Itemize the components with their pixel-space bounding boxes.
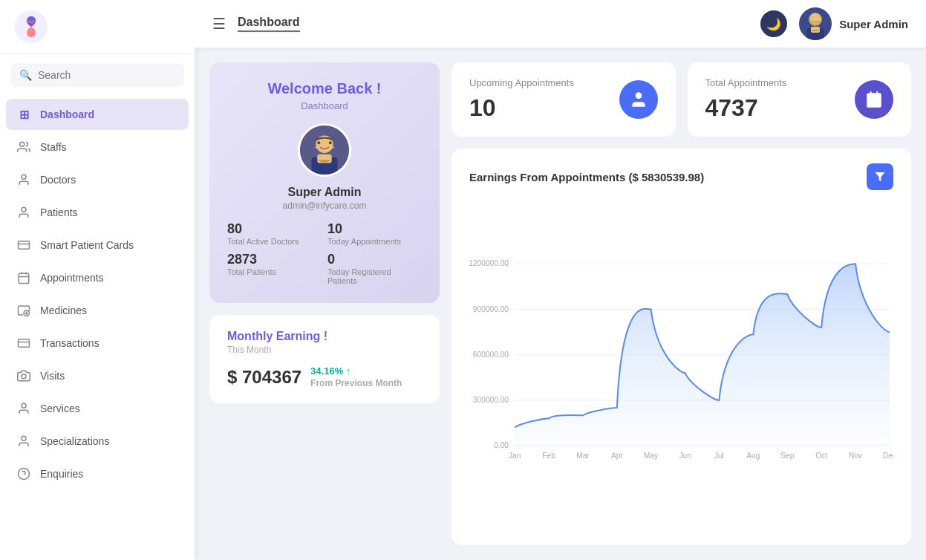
logo-area xyxy=(0,0,195,54)
svg-rect-4 xyxy=(19,241,30,250)
doctors-icon xyxy=(16,172,31,187)
admin-email: admin@infycare.com xyxy=(227,201,422,211)
sidebar-item-enquiries[interactable]: Enquiries xyxy=(6,458,189,489)
earning-value: $ 704367 xyxy=(227,367,301,388)
svg-point-3 xyxy=(22,207,26,212)
svg-text:Mar: Mar xyxy=(576,452,590,460)
transactions-icon xyxy=(16,336,31,351)
page-title: Dashboard xyxy=(238,16,300,32)
stat-total-patients-num: 2873 xyxy=(227,252,322,267)
svg-text:Dec: Dec xyxy=(883,452,893,460)
sidebar-item-doctors-label: Doctors xyxy=(40,174,76,186)
svg-text:Jun: Jun xyxy=(679,452,691,460)
dashboard-icon: ⊞ xyxy=(16,107,31,122)
svg-text:Apr: Apr xyxy=(611,452,623,460)
content-area: Welcome Back ! Dashboard xyxy=(195,48,926,560)
search-box[interactable]: 🔍 xyxy=(10,63,184,87)
upcoming-appointments-label: Upcoming Appointments xyxy=(469,77,574,88)
svg-point-15 xyxy=(22,374,26,379)
search-icon: 🔍 xyxy=(19,69,32,81)
sidebar-item-enquiries-label: Enquiries xyxy=(40,468,83,480)
left-column: Welcome Back ! Dashboard xyxy=(209,62,440,545)
admin-avatar xyxy=(298,123,351,177)
chart-header: Earnings From Appointments ($ 5830539.98… xyxy=(469,163,893,190)
earnings-chart-card: Earnings From Appointments ($ 5830539.98… xyxy=(451,149,911,545)
stat-today-appointments-label: Today Appointments xyxy=(327,237,422,246)
svg-text:1200000.00: 1200000.00 xyxy=(469,259,509,267)
svg-point-1 xyxy=(20,142,25,146)
app-logo xyxy=(15,10,48,43)
svg-marker-37 xyxy=(875,172,884,181)
sidebar-item-staffs-label: Staffs xyxy=(40,141,67,153)
total-appointments-card: Total Appointments 4737 xyxy=(688,62,912,137)
sidebar-item-appointments[interactable]: Appointments xyxy=(6,262,189,293)
earning-amount: $ 704367 34.16% ↑ From Previous Month xyxy=(227,365,422,388)
stat-total-patients-label: Total Patients xyxy=(227,267,322,276)
sidebar-item-smart-patient-cards[interactable]: Smart Patient Cards xyxy=(6,229,189,261)
admin-stats: 80 Total Active Doctors 10 Today Appoint… xyxy=(227,221,422,285)
stat-total-patients: 2873 Total Patients xyxy=(227,252,322,285)
admin-name: Super Admin xyxy=(227,186,422,199)
patients-icon xyxy=(16,205,31,220)
upcoming-appointments-card: Upcoming Appointments 10 xyxy=(451,62,676,137)
sidebar-item-services[interactable]: Services xyxy=(6,393,189,424)
svg-point-31 xyxy=(329,141,332,144)
services-icon xyxy=(16,401,31,416)
sidebar-item-services-label: Services xyxy=(40,403,80,414)
sidebar-item-specializations-label: Specializations xyxy=(40,435,109,447)
total-appointments-icon xyxy=(855,80,893,119)
smart-cards-icon xyxy=(16,238,31,253)
sidebar-item-visits-label: Visits xyxy=(40,370,65,382)
topbar: ☰ Dashboard 🌙 Super Admin xyxy=(195,0,926,48)
svg-text:Feb: Feb xyxy=(542,452,555,460)
svg-point-32 xyxy=(635,92,642,99)
stat-active-doctors-label: Total Active Doctors xyxy=(227,237,322,246)
earning-percent: 34.16% ↑ xyxy=(310,365,402,377)
stat-active-doctors: 80 Total Active Doctors xyxy=(227,221,322,246)
svg-text:900000.00: 900000.00 xyxy=(473,305,509,313)
user-name-label: Super Admin xyxy=(839,18,908,30)
main-area: ☰ Dashboard 🌙 Super Admin xyxy=(195,0,926,560)
sidebar: 🔍 ⊞ Dashboard Staffs Doctors Patients xyxy=(0,0,195,560)
sidebar-item-patients[interactable]: Patients xyxy=(6,197,189,228)
sidebar-item-medicines[interactable]: Medicines xyxy=(6,295,189,326)
appointments-icon xyxy=(16,270,31,285)
svg-point-30 xyxy=(317,141,320,144)
earning-title: Monthly Earning ! xyxy=(227,330,422,343)
svg-text:600000.00: 600000.00 xyxy=(473,351,509,359)
stat-today-appointments: 10 Today Appointments xyxy=(327,221,422,246)
svg-text:0.00: 0.00 xyxy=(494,441,509,449)
sidebar-item-specializations[interactable]: Specializations xyxy=(6,426,189,457)
avatar xyxy=(799,7,832,40)
svg-rect-13 xyxy=(19,339,30,348)
monthly-earning-card: Monthly Earning ! This Month $ 704367 34… xyxy=(209,315,440,403)
sidebar-item-doctors[interactable]: Doctors xyxy=(6,164,189,195)
total-appointments-info: Total Appointments 4737 xyxy=(705,77,787,122)
sidebar-item-dashboard[interactable]: ⊞ Dashboard xyxy=(6,99,189,130)
dark-mode-button[interactable]: 🌙 xyxy=(760,10,787,37)
svg-text:Jan: Jan xyxy=(509,452,521,460)
sidebar-item-patients-label: Patients xyxy=(40,206,78,218)
topbar-right: 🌙 Super Admin xyxy=(760,7,908,40)
staffs-icon xyxy=(16,140,31,154)
welcome-subtitle: Dashboard xyxy=(227,100,422,111)
total-appointments-value: 4737 xyxy=(705,94,787,122)
upcoming-appointments-info: Upcoming Appointments 10 xyxy=(469,77,574,122)
svg-text:Oct: Oct xyxy=(815,452,827,460)
search-input[interactable] xyxy=(38,69,175,81)
total-appointments-label: Total Appointments xyxy=(705,77,787,88)
sidebar-item-transactions[interactable]: Transactions xyxy=(6,328,189,359)
medicines-icon xyxy=(16,303,31,318)
svg-point-16 xyxy=(22,403,26,408)
sidebar-item-staffs[interactable]: Staffs xyxy=(6,131,189,163)
user-info[interactable]: Super Admin xyxy=(799,7,908,40)
hamburger-icon[interactable]: ☰ xyxy=(212,15,226,33)
stat-registered-patients: 0 Today Registered Patients xyxy=(327,252,422,285)
chart-filter-button[interactable] xyxy=(867,163,893,190)
earning-from-label: From Previous Month xyxy=(310,378,402,388)
earning-subtitle: This Month xyxy=(227,345,422,355)
sidebar-item-visits[interactable]: Visits xyxy=(6,360,189,391)
svg-point-17 xyxy=(22,436,26,440)
stat-active-doctors-num: 80 xyxy=(227,221,322,237)
svg-point-2 xyxy=(22,175,26,179)
